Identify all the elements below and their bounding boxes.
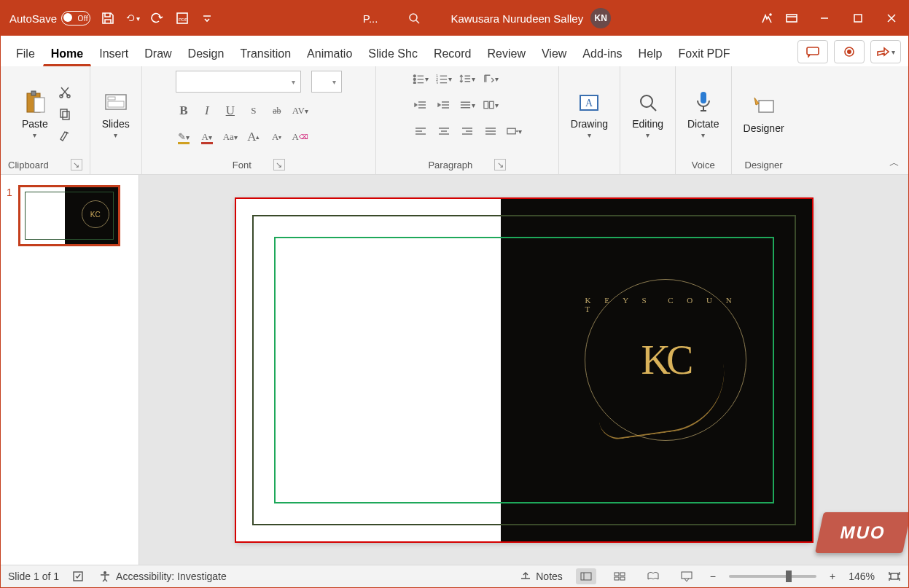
dictate-button[interactable]: Dictate ▾: [683, 87, 724, 141]
account-area[interactable]: Kawusara Nurudeen Salley KN: [450, 8, 611, 28]
numbering-button[interactable]: 123▾: [436, 71, 452, 87]
increase-indent-button[interactable]: [436, 97, 452, 113]
tab-animations[interactable]: Animatio: [299, 41, 360, 66]
slide-canvas[interactable]: K E Y S C O U N T KC MUO: [139, 175, 908, 565]
tab-foxit[interactable]: Foxit PDF: [671, 41, 738, 66]
bold-button[interactable]: B: [176, 103, 192, 119]
tab-record[interactable]: Record: [426, 41, 480, 66]
italic-button[interactable]: I: [199, 103, 215, 119]
shadow-button[interactable]: S: [246, 103, 262, 119]
autosave-switch[interactable]: Off: [61, 11, 90, 26]
tab-home[interactable]: Home: [43, 41, 91, 66]
ribbon-tabs: File Home Insert Draw Design Transition …: [1, 36, 908, 66]
designer-label: Designer: [745, 160, 783, 170]
align-right-button[interactable]: [459, 123, 475, 139]
paste-button[interactable]: Paste ▾: [17, 87, 52, 141]
clipboard-dialog-launcher[interactable]: ↘: [71, 159, 82, 170]
slide-1[interactable]: K E Y S C O U N T KC: [236, 199, 812, 541]
zoom-percent[interactable]: 146%: [848, 571, 875, 582]
redo-icon[interactable]: [150, 11, 165, 26]
designer-button[interactable]: Designer: [739, 92, 789, 136]
thumb-preview[interactable]: KC: [18, 185, 120, 246]
decrease-indent-button[interactable]: [413, 97, 429, 113]
app-window: AutoSave Off ▾ PDF P... Kawusara Nurudee…: [0, 0, 909, 588]
align-left-button[interactable]: [413, 123, 429, 139]
change-case-button[interactable]: Aa▾: [222, 129, 238, 145]
align-center-button[interactable]: [436, 123, 452, 139]
zoom-out-button[interactable]: −: [710, 571, 716, 582]
slide-counter[interactable]: Slide 1 of 1: [8, 571, 59, 582]
tab-design[interactable]: Design: [180, 41, 233, 66]
accessibility-status[interactable]: Accessibility: Investigate: [98, 570, 227, 583]
drawing-button[interactable]: A Drawing ▾: [566, 87, 612, 141]
bullets-button[interactable]: ▾: [413, 71, 429, 87]
tab-file[interactable]: File: [8, 41, 43, 66]
maximize-button[interactable]: [841, 1, 875, 36]
group-designer: Designer Designer: [732, 66, 796, 174]
tab-slideshow[interactable]: Slide Shc: [360, 41, 426, 66]
font-name-combo[interactable]: ▾: [176, 71, 301, 93]
char-spacing-button[interactable]: AV▾: [292, 103, 308, 119]
notes-button[interactable]: Notes: [520, 571, 563, 582]
search-icon[interactable]: [407, 11, 421, 26]
tab-draw[interactable]: Draw: [136, 41, 179, 66]
qat-overflow-icon[interactable]: [200, 11, 214, 26]
share-button[interactable]: ▾: [870, 40, 901, 63]
autosave-toggle[interactable]: AutoSave Off: [9, 11, 90, 26]
close-button[interactable]: [875, 1, 908, 36]
svg-point-19: [413, 75, 416, 77]
tab-insert[interactable]: Insert: [91, 41, 136, 66]
copy-icon[interactable]: [57, 106, 73, 122]
ribbon-mode-icon[interactable]: [784, 11, 799, 26]
zoom-in-button[interactable]: +: [830, 571, 835, 582]
thumb-slide-1[interactable]: 1 KC: [7, 185, 133, 246]
tab-help[interactable]: Help: [631, 41, 671, 66]
coming-soon-icon[interactable]: [760, 11, 774, 26]
fit-to-window-icon[interactable]: [888, 571, 901, 581]
svg-point-34: [104, 571, 106, 574]
tab-review[interactable]: Review: [479, 41, 533, 66]
voice-label: Voice: [692, 160, 715, 170]
format-painter-icon[interactable]: [57, 128, 73, 144]
export-pdf-icon[interactable]: PDF: [175, 11, 190, 26]
tab-view[interactable]: View: [534, 41, 574, 66]
chevron-down-icon: ▾: [646, 131, 649, 139]
convert-smartart-button[interactable]: ▾: [506, 123, 522, 139]
undo-icon[interactable]: ▾: [125, 11, 140, 26]
grow-font-button[interactable]: A▴: [246, 129, 262, 145]
paragraph-label: Paragraph: [428, 160, 472, 170]
cut-icon[interactable]: [57, 84, 73, 100]
editing-button[interactable]: Editing ▾: [628, 87, 668, 141]
svg-rect-25: [484, 101, 488, 108]
justify-button[interactable]: [483, 123, 499, 139]
svg-text:3: 3: [436, 81, 438, 84]
underline-button[interactable]: U: [222, 103, 238, 119]
spellcheck-status-icon[interactable]: [72, 571, 85, 582]
comments-button[interactable]: [797, 40, 828, 63]
font-size-combo[interactable]: ▾: [311, 71, 342, 93]
line-spacing-button[interactable]: ▾: [459, 71, 475, 87]
slides-button[interactable]: Slides ▾: [98, 87, 134, 141]
collapse-ribbon-icon[interactable]: ︿: [889, 157, 900, 170]
view-normal-icon[interactable]: [576, 568, 596, 584]
strike-button[interactable]: ab: [269, 103, 285, 119]
tab-addins[interactable]: Add-ins: [574, 41, 630, 66]
shrink-font-button[interactable]: A▾: [269, 129, 285, 145]
save-icon[interactable]: [101, 11, 115, 26]
zoom-slider[interactable]: [729, 575, 816, 578]
view-reading-icon[interactable]: [643, 568, 663, 584]
record-button[interactable]: [834, 40, 865, 63]
slide-thumbnails-pane[interactable]: 1 KC: [1, 175, 139, 565]
view-slideshow-icon[interactable]: [676, 568, 697, 584]
clear-formatting-button[interactable]: A⌫: [292, 129, 308, 145]
font-color-button[interactable]: A▾: [199, 129, 215, 145]
highlight-color-button[interactable]: ✎▾: [176, 129, 192, 145]
text-direction-button[interactable]: ▾: [483, 71, 499, 87]
align-text-button[interactable]: ▾: [459, 97, 475, 113]
font-dialog-launcher[interactable]: ↘: [273, 159, 285, 170]
columns-button[interactable]: ▾: [483, 97, 499, 113]
tab-transitions[interactable]: Transition: [232, 41, 299, 66]
paragraph-dialog-launcher[interactable]: ↘: [494, 159, 506, 170]
minimize-button[interactable]: [808, 1, 841, 36]
view-sorter-icon[interactable]: [609, 568, 630, 584]
